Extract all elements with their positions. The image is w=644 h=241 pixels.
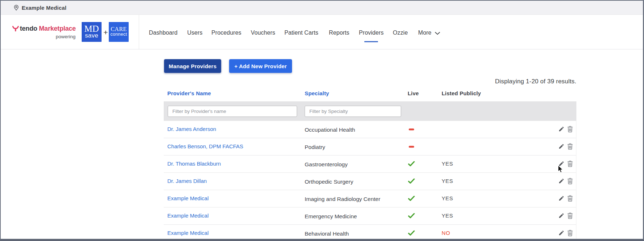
live-status-check (407, 230, 415, 236)
edit-provider-button[interactable] (558, 230, 564, 236)
edit-provider-button[interactable] (558, 126, 564, 132)
column-header-listed-publicly: Listed Publicly (442, 90, 481, 96)
delete-icon[interactable] (567, 143, 573, 150)
listed-publicly-value: YES (442, 178, 453, 184)
row-actions (558, 161, 573, 167)
provider-name-link[interactable]: Example Medical (167, 212, 209, 219)
provider-name-link[interactable]: Dr. James Anderson (167, 126, 216, 132)
live-status-check (407, 178, 415, 184)
provider-specialty: Podiatry (305, 144, 325, 150)
live-check-icon (408, 178, 415, 184)
edit-icon[interactable] (558, 230, 564, 236)
edit-provider-button[interactable] (558, 161, 564, 167)
row-actions (558, 230, 573, 236)
edit-provider-button[interactable] (558, 143, 564, 149)
delete-provider-button[interactable] (567, 195, 573, 201)
delete-provider-button[interactable] (567, 126, 573, 132)
provider-specialty: Behavioral Health (305, 231, 349, 237)
listed-publicly-value: NO (442, 230, 450, 236)
table-column-headers: Provider's Name Specialty Live Listed Pu… (164, 90, 576, 101)
column-header-live: Live (408, 90, 419, 96)
providers-table-body: Dr. James AndersonOccupational HealthCha… (164, 120, 576, 241)
delete-icon[interactable] (567, 212, 573, 219)
nav-item-dashboard[interactable]: Dashboard (149, 29, 177, 36)
edit-icon[interactable] (558, 161, 564, 167)
active-tab-underline (364, 41, 378, 42)
edit-icon[interactable] (558, 126, 564, 132)
live-status-dash (407, 128, 415, 130)
edit-icon[interactable] (558, 212, 564, 219)
provider-specialty: Gastroenterology (305, 161, 348, 168)
nav-item-vouchers[interactable]: Vouchers (251, 29, 275, 36)
provider-row: Charles Benson, DPM FACFASPodiatry (164, 138, 576, 155)
provider-specialty: Emergency Medicine (305, 213, 357, 220)
live-status-check (407, 213, 415, 218)
nav-item-providers[interactable]: Providers (359, 29, 383, 36)
row-actions (558, 178, 573, 184)
provider-row: Example MedicalEmergency MedicineYES (164, 207, 576, 224)
filter-specialty-input[interactable] (305, 106, 401, 117)
primary-nav: DashboardUsersProceduresVouchersPatient … (1, 15, 643, 49)
nav-item-label: More (418, 30, 432, 36)
delete-provider-button[interactable] (567, 143, 573, 149)
edit-icon[interactable] (558, 143, 564, 149)
edit-icon[interactable] (558, 195, 564, 201)
map-pin-icon (13, 5, 19, 11)
delete-provider-button[interactable] (567, 230, 573, 236)
add-new-provider-button[interactable]: + Add New Provider (229, 59, 292, 73)
provider-row: Dr. James DillanOrthopedic SurgeryYES (164, 172, 576, 190)
live-check-icon (408, 161, 415, 166)
provider-row: Dr. James AndersonOccupational Health (164, 120, 576, 138)
live-check-icon (408, 213, 415, 218)
provider-name-link[interactable]: Charles Benson, DPM FACFAS (167, 143, 243, 149)
edit-icon[interactable] (558, 178, 564, 184)
edit-provider-button[interactable] (558, 195, 564, 201)
column-header-provider-name[interactable]: Provider's Name (167, 90, 211, 96)
delete-provider-button[interactable] (567, 178, 573, 184)
provider-row: Example MedicalBehavioral HealthNO (164, 224, 576, 241)
listed-publicly-value: YES (442, 212, 453, 219)
nav-item-procedures[interactable]: Procedures (211, 29, 241, 36)
nav-item-label: Patient Carts (284, 30, 318, 36)
nav-item-label: Procedures (211, 30, 241, 36)
nav-item-patient-carts[interactable]: Patient Carts (284, 29, 318, 36)
listed-publicly-value: YES (442, 195, 453, 201)
delete-icon[interactable] (567, 230, 573, 236)
provider-name-link[interactable]: Dr. James Dillan (167, 178, 207, 184)
provider-name-link[interactable]: Example Medical (167, 230, 209, 236)
delete-provider-button[interactable] (567, 161, 573, 167)
live-check-icon (408, 196, 415, 201)
chevron-down-icon (435, 32, 440, 35)
nav-item-users[interactable]: Users (187, 29, 202, 36)
nav-item-label: Vouchers (251, 30, 275, 36)
provider-row: Example MedicalImaging and Radiology Cen… (164, 190, 576, 207)
provider-name-link[interactable]: Dr. Thomas Blackburn (167, 161, 221, 167)
edit-provider-button[interactable] (558, 178, 564, 184)
nav-item-reports[interactable]: Reports (329, 29, 349, 36)
edit-provider-button[interactable] (558, 212, 564, 219)
results-summary: Displaying 1-20 of 39 results. (495, 78, 576, 85)
column-header-specialty[interactable]: Specialty (305, 90, 329, 96)
listed-publicly-value: YES (442, 161, 453, 167)
delete-icon[interactable] (567, 161, 573, 167)
row-actions (558, 212, 573, 219)
nav-item-ozzie[interactable]: Ozzie (393, 29, 408, 36)
location-name: Example Medical (22, 5, 66, 11)
row-actions (558, 143, 573, 149)
nav-item-label: Reports (329, 30, 349, 36)
delete-icon[interactable] (567, 178, 573, 184)
delete-provider-button[interactable] (567, 212, 573, 219)
manage-providers-button[interactable]: Manage Providers (164, 59, 221, 73)
live-status-check (407, 196, 415, 201)
nav-item-label: Dashboard (149, 30, 177, 36)
nav-item-label: Users (187, 30, 202, 36)
provider-name-link[interactable]: Example Medical (167, 195, 209, 201)
nav-item-more[interactable]: More (418, 29, 440, 36)
delete-icon[interactable] (567, 126, 573, 132)
live-status-dash (407, 146, 415, 148)
provider-row: Dr. Thomas BlackburnGastroenterologyYES (164, 155, 576, 172)
filter-provider-name-input[interactable] (168, 106, 297, 117)
live-check-icon (408, 230, 415, 236)
app-header: tendo Marketplace powering MD save + CAR… (1, 15, 643, 49)
delete-icon[interactable] (567, 195, 573, 202)
